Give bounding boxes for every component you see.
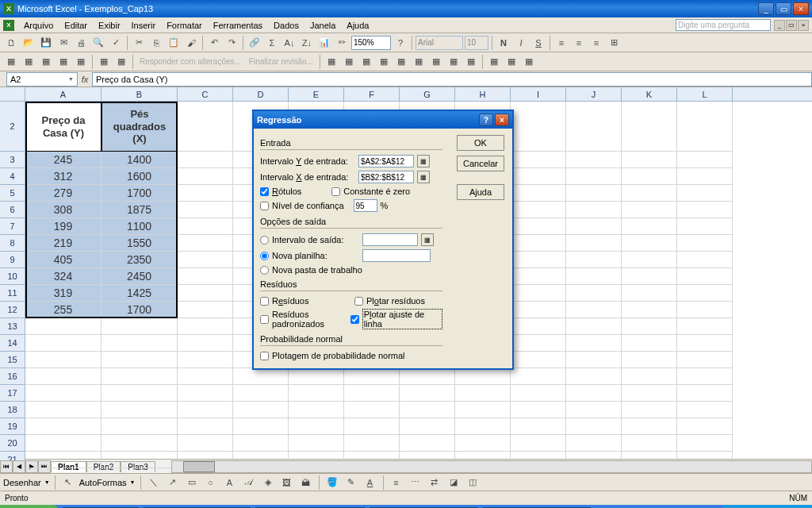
hyperlink-icon[interactable]: 🔗 bbox=[247, 35, 262, 51]
wordart-icon[interactable]: 𝒜 bbox=[241, 475, 257, 491]
col-header-H[interactable]: H bbox=[455, 87, 511, 102]
paste-icon[interactable]: 📋 bbox=[166, 35, 182, 51]
copy-icon[interactable]: ⎘ bbox=[148, 35, 164, 51]
out-range-radio[interactable] bbox=[260, 236, 269, 244]
dash-style-icon[interactable]: ⋯ bbox=[408, 475, 423, 491]
row-header-4[interactable]: 4 bbox=[0, 168, 25, 185]
constante-checkbox[interactable] bbox=[331, 187, 340, 196]
preview-icon[interactable]: 🔍 bbox=[90, 35, 106, 51]
prev-sheet-button[interactable]: ◀ bbox=[13, 460, 25, 473]
menu-ferramentas[interactable]: Ferramentas bbox=[209, 19, 267, 32]
plot-residuos-checkbox[interactable] bbox=[354, 297, 363, 306]
col-header-B[interactable]: B bbox=[102, 87, 178, 102]
col-header-J[interactable]: J bbox=[566, 87, 622, 102]
menu-editar[interactable]: Editar bbox=[59, 19, 92, 32]
menu-exibir[interactable]: Exibir bbox=[94, 19, 125, 32]
col-header-F[interactable]: F bbox=[344, 87, 400, 102]
toolbar-icon[interactable]: ▦ bbox=[3, 54, 19, 70]
toolbar-icon[interactable]: ▦ bbox=[38, 54, 54, 70]
data-cell[interactable]: 1425 bbox=[102, 285, 178, 302]
toolbar-icon[interactable]: ▦ bbox=[73, 54, 89, 70]
redo-icon[interactable]: ↷ bbox=[224, 35, 239, 51]
header-cell[interactable]: Pés quadrados (X) bbox=[102, 102, 178, 152]
select-all-corner[interactable] bbox=[0, 87, 25, 102]
toolbar-icon[interactable]: ▦ bbox=[446, 54, 462, 70]
dialog-titlebar[interactable]: Regressão ? × bbox=[254, 111, 512, 129]
toolbar-icon[interactable]: ▦ bbox=[393, 54, 409, 70]
bold-icon[interactable]: N bbox=[496, 35, 511, 51]
toolbar-icon[interactable]: ▦ bbox=[411, 54, 427, 70]
range-selector-icon[interactable]: ▦ bbox=[421, 233, 434, 246]
formula-bar[interactable]: Preço da Casa (Y) bbox=[92, 72, 812, 87]
font-color-icon[interactable]: A bbox=[362, 475, 378, 491]
help-icon[interactable]: ? bbox=[393, 35, 408, 51]
cancel-button[interactable]: Cancelar bbox=[457, 156, 504, 171]
merge-icon[interactable]: ⊞ bbox=[606, 35, 622, 51]
toolbar-icon[interactable]: ▦ bbox=[463, 54, 479, 70]
row-header-3[interactable]: 3 bbox=[0, 152, 25, 168]
toolbar-icon[interactable]: ▦ bbox=[341, 54, 357, 70]
draw-menu[interactable]: Desenhar bbox=[3, 478, 41, 487]
align-left-icon[interactable]: ≡ bbox=[553, 35, 569, 51]
toolbar-icon[interactable]: ▦ bbox=[56, 54, 71, 70]
rotulos-checkbox[interactable] bbox=[260, 187, 269, 196]
oval-icon[interactable]: ○ bbox=[203, 475, 219, 491]
fill-color-icon[interactable]: 🪣 bbox=[324, 475, 340, 491]
sort-asc-icon[interactable]: A↓ bbox=[282, 35, 297, 51]
data-cell[interactable]: 2450 bbox=[102, 268, 178, 285]
row-header-9[interactable]: 9 bbox=[0, 252, 25, 268]
row-header-17[interactable]: 17 bbox=[0, 385, 25, 402]
doc-close-button[interactable]: × bbox=[798, 20, 809, 31]
row-header-7[interactable]: 7 bbox=[0, 218, 25, 235]
data-cell[interactable]: 405 bbox=[25, 252, 102, 268]
rect-icon[interactable]: ▭ bbox=[184, 475, 200, 491]
horizontal-scrollbar[interactable] bbox=[171, 460, 812, 473]
toolbar-icon[interactable]: ▦ bbox=[21, 54, 36, 70]
select-icon[interactable]: ↖ bbox=[60, 475, 76, 491]
font-input[interactable] bbox=[416, 36, 463, 50]
undo-icon[interactable]: ↶ bbox=[206, 35, 222, 51]
fx-icon[interactable]: fx bbox=[78, 75, 92, 84]
out-range-input[interactable] bbox=[362, 233, 418, 246]
autosum-icon[interactable]: Σ bbox=[264, 35, 280, 51]
col-header-G[interactable]: G bbox=[400, 87, 455, 102]
arrow-style-icon[interactable]: ⇄ bbox=[427, 475, 442, 491]
data-cell[interactable]: 1700 bbox=[102, 185, 178, 202]
data-cell[interactable]: 324 bbox=[25, 268, 102, 285]
data-cell[interactable]: 1875 bbox=[102, 202, 178, 218]
row-header-6[interactable]: 6 bbox=[0, 202, 25, 218]
ok-button[interactable]: OK bbox=[457, 135, 504, 151]
data-cell[interactable]: 1400 bbox=[102, 152, 178, 168]
toolbar-icon[interactable]: ▦ bbox=[376, 54, 392, 70]
textbox-icon[interactable]: A bbox=[222, 475, 238, 491]
data-cell[interactable]: 1550 bbox=[102, 235, 178, 252]
spell-icon[interactable]: ✓ bbox=[108, 35, 124, 51]
arrow-icon[interactable]: ↗ bbox=[165, 475, 181, 491]
row-header-15[interactable]: 15 bbox=[0, 352, 25, 368]
line-color-icon[interactable]: ✎ bbox=[343, 475, 359, 491]
chevron-down-icon[interactable]: ▼ bbox=[68, 76, 74, 82]
menu-janela[interactable]: Janela bbox=[305, 19, 340, 32]
help-button[interactable]: Ajuda bbox=[457, 184, 504, 200]
toolbar-icon[interactable]: ▦ bbox=[504, 54, 519, 70]
close-button[interactable]: × bbox=[793, 2, 809, 15]
row-header-13[interactable]: 13 bbox=[0, 318, 25, 335]
row-header-19[interactable]: 19 bbox=[0, 418, 25, 435]
doc-restore-button[interactable]: ▭ bbox=[786, 20, 797, 31]
new-sheet-input[interactable] bbox=[362, 249, 431, 262]
row-header-8[interactable]: 8 bbox=[0, 235, 25, 252]
plot-prob-checkbox[interactable] bbox=[260, 352, 269, 360]
col-header-C[interactable]: C bbox=[178, 87, 233, 102]
clipart-icon[interactable]: 🖼 bbox=[279, 475, 295, 491]
start-button[interactable]: Iniciar bbox=[0, 505, 59, 508]
residuos-pad-checkbox[interactable] bbox=[260, 315, 269, 324]
chart-icon[interactable]: 📊 bbox=[316, 35, 332, 51]
restore-button[interactable]: ▭ bbox=[776, 2, 791, 15]
row-header-20[interactable]: 20 bbox=[0, 435, 25, 452]
dialog-help-button[interactable]: ? bbox=[479, 114, 493, 126]
x-range-input[interactable] bbox=[358, 171, 414, 183]
row-header-5[interactable]: 5 bbox=[0, 185, 25, 202]
data-cell[interactable]: 319 bbox=[25, 285, 102, 302]
header-cell[interactable]: Preço da Casa (Y) bbox=[25, 102, 102, 152]
menu-formatar[interactable]: Formatar bbox=[162, 19, 207, 32]
